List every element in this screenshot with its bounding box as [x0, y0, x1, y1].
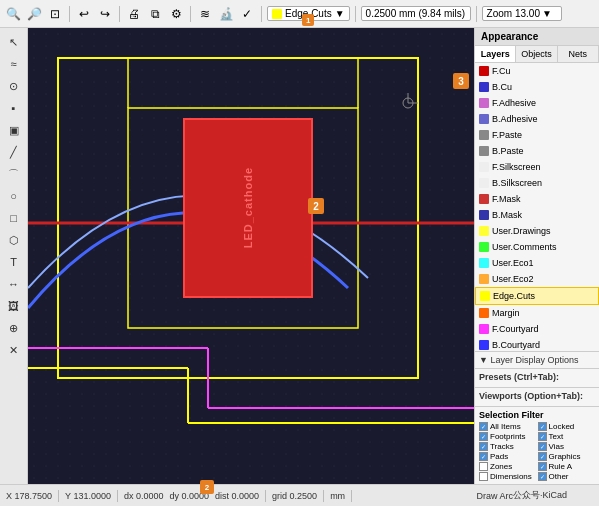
filter-checkbox[interactable]: [479, 442, 488, 451]
layer-item-margin[interactable]: Margin: [475, 305, 599, 321]
undo-icon[interactable]: ↩: [75, 5, 93, 23]
layer-name-label: User.Comments: [492, 240, 557, 254]
inspect-icon[interactable]: 🔬: [217, 5, 235, 23]
filter-checkbox[interactable]: [479, 422, 488, 431]
dimension-icon[interactable]: ↔: [4, 274, 24, 294]
filter-checkbox[interactable]: [538, 472, 547, 481]
layer-item-b-silkscreen[interactable]: B.Silkscreen: [475, 175, 599, 191]
layer-color-swatch: [479, 226, 489, 236]
filter-item-footprints[interactable]: Footprints: [479, 432, 537, 441]
filter-grid: All ItemsLockedFootprintsTextTracksViasP…: [479, 422, 595, 481]
filter-item-text[interactable]: Text: [538, 432, 596, 441]
filter-checkbox[interactable]: [538, 452, 547, 461]
layer-item-f-paste[interactable]: F.Paste: [475, 127, 599, 143]
layer-item-f-mask[interactable]: F.Mask: [475, 191, 599, 207]
filter-label: Pads: [490, 452, 508, 461]
sep-s5: [351, 490, 352, 502]
layer-color-indicator: [272, 9, 282, 19]
led-cathode-box: LED_cathode: [183, 118, 313, 298]
layer-item-b-mask[interactable]: B.Mask: [475, 207, 599, 223]
drc-icon[interactable]: ✓: [238, 5, 256, 23]
filter-item-all-items[interactable]: All Items: [479, 422, 537, 431]
net-icon[interactable]: ≋: [196, 5, 214, 23]
tab-layers[interactable]: Layers: [475, 46, 516, 62]
via-icon[interactable]: ⊙: [4, 76, 24, 96]
layer-name-label: Margin: [492, 306, 520, 320]
poly-icon[interactable]: ⬡: [4, 230, 24, 250]
filter-item-other[interactable]: Other: [538, 472, 596, 481]
settings-icon[interactable]: ⚙: [167, 5, 185, 23]
layer-item-user-eco1[interactable]: User.Eco1: [475, 255, 599, 271]
filter-checkbox[interactable]: [479, 432, 488, 441]
copy-icon[interactable]: ⧉: [146, 5, 164, 23]
filter-item-dimensions[interactable]: Dimensions: [479, 472, 537, 481]
filter-checkbox[interactable]: [538, 462, 547, 471]
footprint-icon[interactable]: ⊕: [4, 318, 24, 338]
left-sidebar: ↖ ≈ ⊙ ▪ ▣ ╱ ⌒ ○ □ ⬡ T ↔ 🖼 ⊕ ✕: [0, 28, 28, 484]
filter-item-locked[interactable]: Locked: [538, 422, 596, 431]
filter-checkbox[interactable]: [479, 462, 488, 471]
layer-color-swatch: [479, 194, 489, 204]
filter-item-rule-a[interactable]: Rule A: [538, 462, 596, 471]
layer-display-options[interactable]: ▼ Layer Display Options: [475, 351, 599, 368]
chevron-down-icon2: ▼: [542, 8, 552, 19]
arc-icon[interactable]: ⌒: [4, 164, 24, 184]
filter-item-graphics[interactable]: Graphics: [538, 452, 596, 461]
delete-icon[interactable]: ✕: [4, 340, 24, 360]
circle-icon[interactable]: ○: [4, 186, 24, 206]
layer-name-label: B.Silkscreen: [492, 176, 542, 190]
layer-name-label: Edge.Cuts: [493, 289, 535, 303]
zoom-dropdown[interactable]: Zoom 13.00 ▼: [482, 6, 562, 21]
cursor-icon[interactable]: ↖: [4, 32, 24, 52]
redo-icon[interactable]: ↪: [96, 5, 114, 23]
layer-item-b-paste[interactable]: B.Paste: [475, 143, 599, 159]
filter-item-zones[interactable]: Zones: [479, 462, 537, 471]
route-icon[interactable]: ≈: [4, 54, 24, 74]
filter-checkbox[interactable]: [479, 472, 488, 481]
canvas-badge-2: 2: [308, 198, 324, 214]
filter-checkbox[interactable]: [538, 442, 547, 451]
layer-item-b-courtyard[interactable]: B.Courtyard: [475, 337, 599, 351]
rect-icon[interactable]: □: [4, 208, 24, 228]
filter-label: Graphics: [549, 452, 581, 461]
image-icon[interactable]: 🖼: [4, 296, 24, 316]
layer-item-f-adhesive[interactable]: F.Adhesive: [475, 95, 599, 111]
layer-item-user-drawings[interactable]: User.Drawings: [475, 223, 599, 239]
sep3: [190, 6, 191, 22]
tab-objects[interactable]: Objects: [516, 46, 557, 62]
canvas-badge-3: 3: [453, 73, 469, 89]
filter-item-vias[interactable]: Vias: [538, 442, 596, 451]
layer-item-user-comments[interactable]: User.Comments: [475, 239, 599, 255]
layer-item-f-courtyard[interactable]: F.Courtyard: [475, 321, 599, 337]
presets-label: Presets (Ctrl+Tab):: [479, 372, 595, 382]
print-icon[interactable]: 🖨: [125, 5, 143, 23]
line-icon[interactable]: ╱: [4, 142, 24, 162]
layer-item-edge-cuts[interactable]: Edge.Cuts: [475, 287, 599, 305]
layer-name-label: User.Drawings: [492, 224, 551, 238]
text-icon[interactable]: T: [4, 252, 24, 272]
thickness-input[interactable]: 0.2500 mm (9.84 mils): [361, 6, 471, 21]
zoom-out-icon[interactable]: 🔎: [25, 5, 43, 23]
layer-name-label: B.Cu: [492, 80, 512, 94]
tab-nets[interactable]: Nets: [558, 46, 599, 62]
filter-item-pads[interactable]: Pads: [479, 452, 537, 461]
layer-item-f-silkscreen[interactable]: F.Silkscreen: [475, 159, 599, 175]
status-badge-2: 2: [200, 480, 214, 494]
layer-item-b-cu[interactable]: B.Cu: [475, 79, 599, 95]
layer-item-user-eco2[interactable]: User.Eco2: [475, 271, 599, 287]
layer-item-b-adhesive[interactable]: B.Adhesive: [475, 111, 599, 127]
filter-checkbox[interactable]: [538, 422, 547, 431]
filter-checkbox[interactable]: [538, 432, 547, 441]
pcb-canvas[interactable]: LED_cathode 2 3: [28, 28, 474, 484]
layer-color-swatch: [479, 162, 489, 172]
layer-item-f-cu[interactable]: F.Cu: [475, 63, 599, 79]
zoom-in-icon[interactable]: 🔍: [4, 5, 22, 23]
wechat-badge: 公众号·KiCad: [509, 488, 571, 503]
filter-checkbox[interactable]: [479, 452, 488, 461]
layer-dropdown[interactable]: Edge.Cuts ▼ 1: [267, 6, 350, 21]
filter-item-tracks[interactable]: Tracks: [479, 442, 537, 451]
pad-icon[interactable]: ▪: [4, 98, 24, 118]
zoom-fit-icon[interactable]: ⊡: [46, 5, 64, 23]
zone-icon[interactable]: ▣: [4, 120, 24, 140]
layer-name-label: F.Adhesive: [492, 96, 536, 110]
